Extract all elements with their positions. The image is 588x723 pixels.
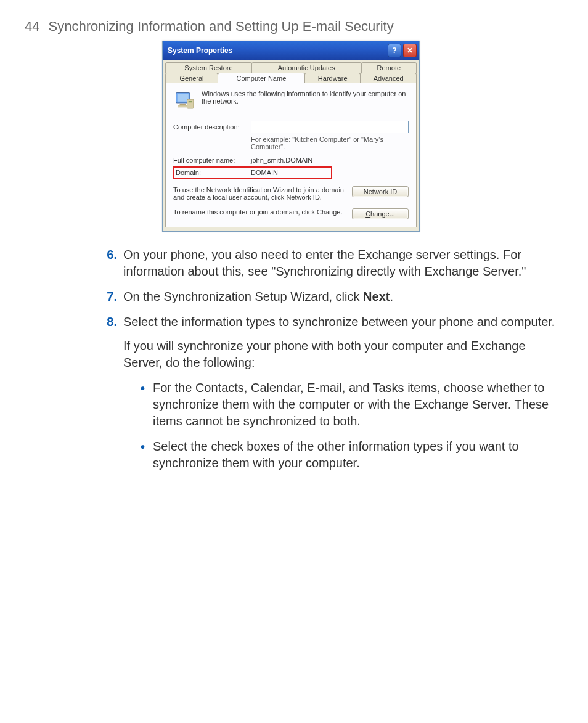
domain-highlight: Domain: DOMAIN	[173, 166, 332, 179]
bullet-icon: •	[141, 380, 153, 430]
step-number-8: 8.	[99, 314, 123, 480]
computer-icon	[173, 90, 195, 112]
system-properties-dialog: System Properties ? ✕ System Restore Aut…	[162, 41, 420, 232]
step-8-text: Select the information types to synchron…	[123, 314, 557, 330]
step-number-7: 7.	[99, 288, 123, 305]
tab-system-restore[interactable]: System Restore	[165, 62, 252, 73]
tab-computer-name[interactable]: Computer Name	[218, 73, 305, 83]
close-button[interactable]: ✕	[403, 44, 417, 57]
network-id-text: To use the Network Identification Wizard…	[173, 186, 345, 201]
description-input[interactable]	[251, 121, 409, 133]
description-hint: For example: "Kitchen Computer" or "Mary…	[251, 136, 409, 150]
bullet-1-text: For the Contacts, Calendar, E-mail, and …	[153, 380, 557, 430]
bullet-2-text: Select the check boxes of the other info…	[153, 438, 557, 472]
svg-rect-1	[178, 94, 189, 102]
domain-label: Domain:	[176, 169, 251, 176]
domain-value: DOMAIN	[251, 169, 278, 176]
tab-advanced[interactable]: Advanced	[360, 73, 417, 83]
step-number-6: 6.	[99, 247, 123, 280]
tab-remote[interactable]: Remote	[361, 62, 417, 73]
page-number: 44	[25, 18, 39, 34]
help-button[interactable]: ?	[388, 44, 401, 57]
step-7-text: On the Synchronization Setup Wizard, cli…	[123, 288, 557, 305]
tab-hardware[interactable]: Hardware	[304, 73, 361, 83]
step-8-subtext: If you will synchronize your phone with …	[123, 338, 557, 371]
tab-automatic-updates[interactable]: Automatic Updates	[251, 62, 362, 73]
rename-text: To rename this computer or join a domain…	[173, 208, 345, 216]
change-button[interactable]: Change...	[352, 208, 409, 219]
svg-rect-5	[189, 101, 192, 102]
svg-rect-3	[178, 105, 189, 107]
page-title: Synchronizing Information and Setting Up…	[49, 18, 394, 34]
titlebar: System Properties ? ✕	[163, 41, 419, 60]
instructions: 6. On your phone, you also need to enter…	[25, 247, 557, 480]
computer-name-panel: Windows uses the following information t…	[165, 83, 417, 227]
tab-general[interactable]: General	[165, 73, 218, 83]
page-header: 44 Synchronizing Information and Setting…	[25, 18, 557, 35]
full-computer-name-value: john_smith.DOMAIN	[251, 157, 312, 164]
dialog-title: System Properties	[168, 46, 386, 55]
full-computer-name-label: Full computer name:	[173, 157, 251, 164]
network-id-button[interactable]: Network ID	[352, 186, 409, 197]
intro-text: Windows uses the following information t…	[202, 90, 409, 105]
svg-rect-4	[187, 99, 194, 108]
step-6-text: On your phone, you also need to enter th…	[123, 247, 557, 280]
description-label: Computer description:	[173, 123, 251, 131]
bullet-icon: •	[141, 438, 153, 472]
